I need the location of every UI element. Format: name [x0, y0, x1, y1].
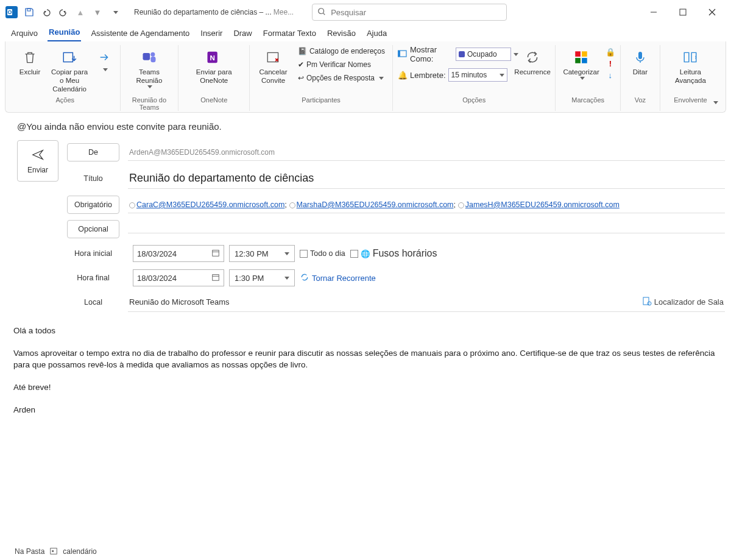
end-time-label: Hora final	[67, 269, 119, 287]
timezone-toggle[interactable]: 🌐Fusos horários	[350, 248, 437, 259]
response-options-button[interactable]: ↩Opções de Resposta	[295, 72, 387, 84]
end-date-picker[interactable]: 18/03/2024	[133, 269, 224, 286]
cancel-invite-button[interactable]: Cancelar Convite	[255, 45, 292, 88]
recurrence-icon	[523, 48, 542, 67]
down-arrow-icon[interactable]: ▼	[90, 5, 105, 19]
meeting-form: Enviar De ArdenA@M365EDU265459.onmicroso…	[0, 136, 731, 314]
calendar-icon	[211, 273, 220, 283]
window-title: Reunião do departamento de ciências – ..…	[134, 8, 294, 16]
show-as-combo[interactable]: Ocupado	[456, 48, 511, 61]
calendar-icon	[211, 249, 220, 259]
tab-inserir[interactable]: Inserir	[199, 26, 224, 41]
tab-arquivo[interactable]: Arquivo	[10, 26, 39, 41]
start-date-picker[interactable]: 18/03/2024	[133, 245, 224, 262]
message-body[interactable]: Olá a todos Vamos aproveitar o tempo ext…	[0, 314, 731, 438]
tab-assistente[interactable]: Assistente de Agendamento	[90, 26, 191, 41]
svg-rect-19	[575, 51, 581, 57]
copy-to-calendar-button[interactable]: Copiar para o Meu Calendário	[48, 45, 91, 96]
room-finder-button[interactable]: Localizador de Sala	[642, 296, 724, 308]
location-input[interactable]: Reunião do Microsoft Teams Localizador d…	[128, 292, 725, 312]
body-paragraph: Até breve!	[13, 382, 718, 394]
room-finder-icon	[642, 296, 652, 308]
high-importance-icon[interactable]: !	[609, 59, 612, 68]
teams-icon	[139, 48, 159, 67]
presence-icon	[129, 202, 135, 208]
recurrence-button[interactable]: Recurrence	[515, 45, 551, 79]
teams-meeting-button[interactable]: Teams Reunião	[125, 45, 174, 91]
dictate-button[interactable]: Ditar	[626, 45, 655, 79]
recipient[interactable]: JamesH@M365EDU265459.onmicrosoft.com	[465, 200, 620, 209]
required-button[interactable]: Obrigatório	[67, 196, 119, 214]
send-button[interactable]: Enviar	[17, 140, 58, 182]
private-icon[interactable]: 🔒	[606, 48, 615, 57]
presence-icon	[289, 202, 295, 208]
forward-button[interactable]	[94, 45, 115, 74]
window-controls	[640, 2, 726, 22]
send-to-onenote-button[interactable]: N Enviar para OneNote	[183, 45, 244, 88]
low-importance-icon[interactable]: ↓	[609, 71, 613, 80]
tab-revisao[interactable]: Revisão	[326, 26, 357, 41]
globe-icon: 🌐	[361, 249, 370, 258]
undo-icon[interactable]	[39, 5, 54, 19]
reminder-label: Lembrete:	[410, 71, 446, 80]
categorize-button[interactable]: Categorizar	[560, 45, 601, 82]
reminder-combo[interactable]: 15 minutos	[448, 68, 508, 82]
titlebar: O ▲ ▼ Reunião do departamento de ciência…	[0, 0, 731, 24]
title-input[interactable]: Reunião do departamento de ciências	[128, 168, 725, 189]
minimize-button[interactable]	[640, 2, 668, 22]
required-input[interactable]: CaraC@M365EDU265459.onmicrosoft.com; Mar…	[128, 196, 725, 213]
svg-rect-24	[213, 250, 219, 256]
quick-access-toolbar: ▲ ▼	[22, 5, 122, 19]
tab-ajuda[interactable]: Ajuda	[366, 26, 388, 41]
search-input[interactable]	[331, 8, 501, 17]
tab-reuniao[interactable]: Reunião	[48, 25, 81, 41]
tab-draw[interactable]: Draw	[232, 26, 253, 41]
body-signature: Arden	[13, 405, 718, 416]
ribbon: Excluir Copiar para o Meu Calendário Açõ…	[5, 41, 726, 113]
info-bar: @You ainda não enviou este convite para …	[0, 113, 731, 136]
recipient[interactable]: MarshaD@M365EDU265459.onmicrosoft.com	[297, 200, 454, 209]
calendar-down-icon	[60, 48, 79, 67]
presence-icon	[458, 202, 464, 208]
immersive-reader-button[interactable]: Leitura Avançada	[665, 45, 716, 88]
svg-rect-21	[575, 58, 581, 63]
svg-point-4	[319, 8, 324, 13]
svg-rect-23	[638, 52, 642, 59]
delete-button[interactable]: Excluir	[15, 45, 44, 79]
group-label: Opções	[462, 96, 486, 104]
search-box[interactable]	[312, 4, 507, 21]
optional-input[interactable]	[128, 225, 725, 233]
group-teams: Teams Reunião Reunião do Teams	[121, 45, 179, 111]
check-names-button[interactable]: ✔Pm Verificar Nomes	[295, 58, 387, 71]
up-arrow-icon[interactable]: ▲	[73, 5, 88, 19]
close-button[interactable]	[698, 2, 726, 22]
group-participantes: Cancelar Convite 📓Catálogo de endereços …	[250, 45, 393, 111]
collapse-ribbon-icon[interactable]	[708, 96, 721, 108]
group-onenote: N Enviar para OneNote OneNote	[178, 45, 250, 111]
folder-label: Na Pasta	[15, 547, 44, 556]
recipient[interactable]: CaraC@M365EDU265459.onmicrosoft.com	[136, 200, 284, 209]
calendar-x-icon	[264, 48, 283, 67]
calendar-icon	[49, 547, 58, 557]
svg-rect-18	[398, 51, 400, 57]
folder-name[interactable]: calendário	[63, 547, 96, 556]
svg-rect-31	[52, 550, 54, 552]
make-recurring-link[interactable]: Tornar Recorrente	[300, 272, 376, 284]
svg-rect-28	[643, 297, 649, 305]
svg-rect-20	[582, 51, 587, 57]
optional-button[interactable]: Opcional	[67, 220, 119, 238]
maximize-button[interactable]	[669, 2, 697, 22]
address-book-button[interactable]: 📓Catálogo de endereços	[295, 45, 387, 57]
group-label: Envolvente	[674, 96, 707, 104]
svg-text:N: N	[210, 54, 215, 62]
allday-checkbox[interactable]: Todo o dia	[300, 249, 345, 258]
start-time-picker[interactable]: 12:30 PM	[229, 245, 295, 262]
group-label: Participantes	[302, 96, 341, 104]
from-value: ArdenA@M365EDU265459.onmicrosoft.com	[128, 144, 725, 161]
save-icon[interactable]	[22, 5, 37, 19]
end-time-picker[interactable]: 1:30 PM	[229, 269, 295, 286]
svg-rect-26	[213, 274, 219, 280]
tab-formatar[interactable]: Formatar Texto	[262, 26, 317, 41]
qat-more-icon[interactable]	[107, 5, 122, 19]
redo-icon[interactable]	[56, 5, 71, 19]
